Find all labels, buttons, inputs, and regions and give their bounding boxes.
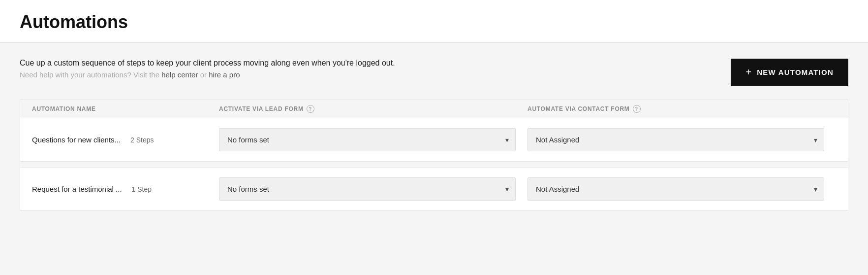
automation-name-1: Questions for new clients... bbox=[32, 136, 121, 144]
page-title: Automations bbox=[20, 12, 848, 33]
contact-form-select-1[interactable]: Not Assigned bbox=[527, 128, 824, 151]
help-text: Need help with your automations? Visit t… bbox=[20, 70, 395, 79]
col-header-automation-name: AUTOMATION NAME bbox=[32, 105, 219, 113]
row-separator bbox=[20, 162, 848, 168]
table-header: AUTOMATION NAME ACTIVATE VIA LEAD FORM ?… bbox=[20, 100, 848, 118]
top-bar: Cue up a custom sequence of steps to kee… bbox=[20, 59, 848, 86]
contact-form-cell-2: Not Assigned ▾ bbox=[527, 177, 836, 201]
hire-pro-link[interactable]: hire a pro bbox=[209, 70, 240, 79]
plus-icon: + bbox=[745, 67, 752, 78]
description-block: Cue up a custom sequence of steps to kee… bbox=[20, 59, 395, 79]
lead-form-dropdown-2[interactable]: No forms set ▾ bbox=[219, 177, 516, 201]
steps-badge-1: 2 Steps bbox=[130, 136, 154, 144]
col-header-lead-form: ACTIVATE VIA LEAD FORM ? bbox=[219, 105, 527, 113]
lead-form-dropdown-1[interactable]: No forms set ▾ bbox=[219, 128, 516, 151]
steps-badge-2: 1 Step bbox=[132, 185, 152, 193]
automation-info-1: Questions for new clients... 2 Steps bbox=[32, 136, 219, 144]
header-section: Automations bbox=[0, 0, 868, 43]
lead-form-help-icon[interactable]: ? bbox=[307, 105, 314, 113]
automations-table: AUTOMATION NAME ACTIVATE VIA LEAD FORM ?… bbox=[20, 100, 848, 211]
new-automation-button[interactable]: + NEW AUTOMATION bbox=[731, 59, 848, 86]
lead-form-select-1[interactable]: No forms set bbox=[219, 128, 516, 151]
table-row: Request for a testimonial ... 1 Step No … bbox=[20, 168, 848, 210]
automation-name-2: Request for a testimonial ... bbox=[32, 185, 122, 193]
table-row: Questions for new clients... 2 Steps No … bbox=[20, 118, 848, 162]
main-content: Cue up a custom sequence of steps to kee… bbox=[0, 43, 868, 227]
lead-form-cell-2: No forms set ▾ bbox=[219, 177, 527, 201]
contact-form-cell-1: Not Assigned ▾ bbox=[527, 128, 836, 151]
description-text: Cue up a custom sequence of steps to kee… bbox=[20, 59, 395, 68]
lead-form-select-2[interactable]: No forms set bbox=[219, 177, 516, 201]
contact-form-dropdown-1[interactable]: Not Assigned ▾ bbox=[527, 128, 824, 151]
page-container: Automations Cue up a custom sequence of … bbox=[0, 0, 868, 275]
automation-info-2: Request for a testimonial ... 1 Step bbox=[32, 185, 219, 193]
contact-form-dropdown-2[interactable]: Not Assigned ▾ bbox=[527, 177, 824, 201]
help-center-link[interactable]: help center bbox=[161, 70, 198, 79]
new-automation-label: NEW AUTOMATION bbox=[757, 68, 834, 76]
col-header-contact-form: AUTOMATE VIA CONTACT FORM ? bbox=[527, 105, 836, 113]
lead-form-cell-1: No forms set ▾ bbox=[219, 128, 527, 151]
contact-form-select-2[interactable]: Not Assigned bbox=[527, 177, 824, 201]
contact-form-help-icon[interactable]: ? bbox=[633, 105, 641, 113]
